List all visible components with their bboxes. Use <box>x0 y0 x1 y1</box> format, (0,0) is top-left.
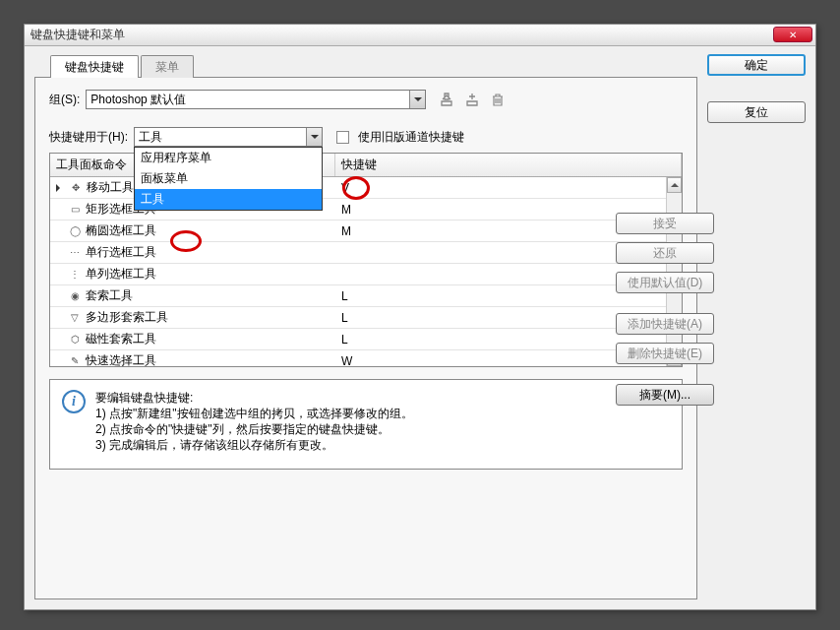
set-select-value: Photoshop 默认值 <box>90 92 186 108</box>
legacy-label: 使用旧版通道快捷键 <box>358 129 464 146</box>
ok-button[interactable]: 确定 <box>707 54 806 76</box>
titlebar[interactable]: 键盘快捷键和菜单 ✕ <box>25 25 815 46</box>
scroll-up-icon[interactable] <box>667 177 682 193</box>
ellipse-marquee-icon: ◯ <box>68 224 82 238</box>
dialog: 键盘快捷键和菜单 ✕ 键盘快捷键 菜单 组(S): Photoshop 默认值 <box>24 24 816 610</box>
table-row[interactable]: ⋮单列选框工具 <box>50 264 682 285</box>
tab-shortcuts[interactable]: 键盘快捷键 <box>50 55 139 78</box>
table-row[interactable]: ⬡磁性套索工具L <box>50 329 682 350</box>
delete-shortcut-button[interactable]: 删除快捷键(E) <box>616 343 714 364</box>
accept-button[interactable]: 接受 <box>616 213 714 234</box>
new-set-icon[interactable] <box>463 91 481 108</box>
delete-set-icon[interactable] <box>489 91 507 108</box>
for-dropdown: 应用程序菜单 面板菜单 工具 <box>134 147 323 211</box>
expand-icon <box>56 184 64 192</box>
chevron-down-icon[interactable] <box>409 91 425 108</box>
th-shortcut[interactable]: 快捷键 <box>335 154 682 176</box>
info-icon: i <box>62 390 86 413</box>
table-row[interactable]: ◯椭圆选框工具M <box>50 220 682 242</box>
set-row: 组(S): Photoshop 默认值 <box>49 90 683 109</box>
table-row[interactable]: ▽多边形套索工具L <box>50 307 682 329</box>
lasso-icon: ◉ <box>68 289 82 303</box>
use-default-button[interactable]: 使用默认值(D) <box>616 272 714 293</box>
info-text: 要编辑键盘快捷键: 1) 点按"新建组"按钮创建选中组的拷贝，或选择要修改的组。… <box>95 390 413 453</box>
poly-lasso-icon: ▽ <box>68 311 82 325</box>
quick-select-icon: ✎ <box>68 354 82 367</box>
summary-button[interactable]: 摘要(M)... <box>616 384 714 406</box>
left-pane: 键盘快捷键 菜单 组(S): Photoshop 默认值 <box>34 54 697 599</box>
for-row: 快捷键用于(H): 工具 应用程序菜单 面板菜单 工具 使用旧版通道快捷键 <box>49 127 683 147</box>
chevron-down-icon[interactable] <box>306 128 322 146</box>
undo-button[interactable]: 还原 <box>616 242 714 264</box>
table-row[interactable]: ◉套索工具L <box>50 285 682 307</box>
table-row[interactable]: ✎快速选择工具W <box>50 350 682 366</box>
set-label: 组(S): <box>49 92 80 108</box>
reset-button[interactable]: 复位 <box>707 101 806 123</box>
rect-marquee-icon: ▭ <box>68 203 82 217</box>
close-button[interactable]: ✕ <box>773 27 812 42</box>
for-select[interactable]: 工具 应用程序菜单 面板菜单 工具 <box>134 127 323 147</box>
dropdown-item-panel-menus[interactable]: 面板菜单 <box>135 168 322 189</box>
magnetic-lasso-icon: ⬡ <box>68 333 82 346</box>
move-tool-icon: ✥ <box>69 181 83 195</box>
set-select[interactable]: Photoshop 默认值 <box>86 90 426 109</box>
tabs: 键盘快捷键 菜单 <box>50 54 697 77</box>
side-buttons: 接受 还原 使用默认值(D) 添加快捷键(A) 删除快捷键(E) 摘要(M)..… <box>616 213 714 406</box>
save-set-icon[interactable] <box>438 91 455 108</box>
legacy-checkbox[interactable] <box>336 131 349 144</box>
tab-body: 组(S): Photoshop 默认值 快捷键用于(H): 工具 <box>34 77 697 599</box>
col-marquee-icon: ⋮ <box>68 268 82 282</box>
dropdown-item-tools[interactable]: 工具 <box>135 189 322 210</box>
for-label: 快捷键用于(H): <box>49 129 128 146</box>
info-box: i 要编辑键盘快捷键: 1) 点按"新建组"按钮创建选中组的拷贝，或选择要修改的… <box>49 379 683 470</box>
dialog-title: 键盘快捷键和菜单 <box>30 27 125 43</box>
row-marquee-icon: ⋯ <box>68 246 82 260</box>
set-icons <box>438 91 507 108</box>
add-shortcut-button[interactable]: 添加快捷键(A) <box>616 313 714 335</box>
right-pane: 确定 复位 <box>707 54 806 599</box>
for-select-value: 工具 <box>139 129 162 146</box>
dropdown-item-app-menus[interactable]: 应用程序菜单 <box>135 148 322 168</box>
table-row[interactable]: ⋯单行选框工具 <box>50 242 682 264</box>
tab-menus[interactable]: 菜单 <box>141 55 194 78</box>
